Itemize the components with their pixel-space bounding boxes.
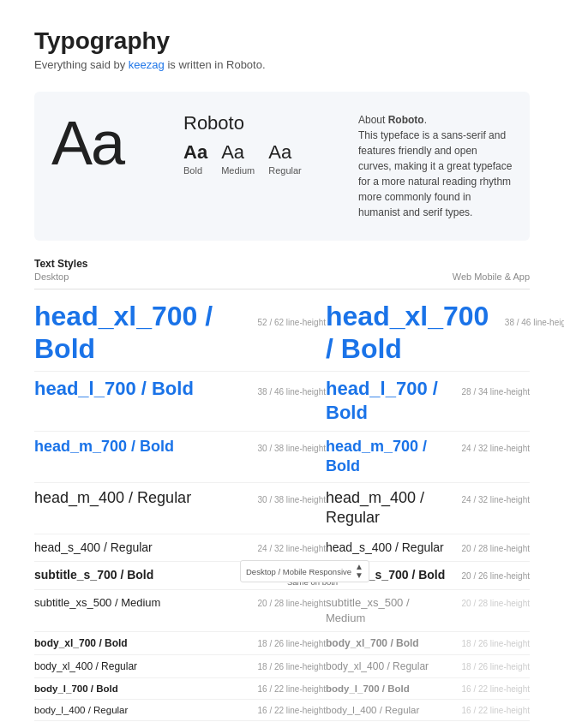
type-size-right: 20 / 26 line-height (453, 571, 530, 581)
type-sample-left: subtitle_xs_500 / Medium (34, 595, 242, 611)
type-size-right: 28 / 34 line-height (453, 387, 530, 397)
type-size-right: 38 / 46 line-height (495, 318, 564, 327)
subtitle-suffix: is written in Roboto. (165, 58, 266, 71)
type-sample-right: head_xl_700 / Bold (326, 300, 489, 366)
type-sample-left: head_m_700 / Bold (34, 437, 242, 456)
type-size-left: 30 / 38 line-height (249, 444, 326, 453)
font-weight-bold: Aa Bold (183, 141, 207, 176)
type-size-left: 30 / 38 line-height (249, 495, 326, 504)
type-sample-left: head_l_700 / Bold (34, 377, 242, 402)
page-title: Typography (34, 27, 530, 55)
section-divider (34, 289, 530, 289)
regular-sample: Aa (268, 141, 291, 164)
subtitle-link[interactable]: keezag (129, 58, 165, 71)
type-size-right: 20 / 28 line-height (453, 544, 530, 553)
type-sample-right: head_m_700 / Bold (326, 437, 446, 477)
type-row-right: head_m_700 / Bold24 / 32 line-height (326, 437, 530, 477)
type-row: body_m_700 / Bold14 / 20 line-heightbody… (34, 721, 530, 728)
type-size-left: 52 / 62 line-height (249, 318, 326, 327)
type-row: head_m_400 / Regular30 / 38 line-heighth… (34, 483, 530, 534)
type-sample-left: body_l_400 / Regular (34, 705, 242, 715)
platform-label-desktop: Desktop (34, 272, 69, 282)
font-weight-medium: Aa Medium (221, 141, 255, 176)
type-size-left: 20 / 28 line-height (249, 599, 326, 608)
type-row-right: subtitle_xs_500 / Medium20 / 28 line-hei… (326, 595, 530, 626)
type-row: body_xl_700 / Bold18 / 26 line-heightbod… (34, 632, 530, 655)
type-size-right: 16 / 22 line-height (453, 684, 530, 694)
desc-prefix: About (358, 114, 388, 126)
type-sample-right: head_m_400 / Regular (326, 488, 446, 528)
type-row: head_l_700 / Bold38 / 46 line-heighthead… (34, 372, 530, 432)
type-row-right: head_xl_700 / Bold38 / 46 line-height (326, 300, 564, 366)
type-size-left: 24 / 32 line-height (249, 544, 326, 553)
type-row-left: head_s_400 / Regular24 / 32 line-height (34, 540, 326, 557)
type-row-right: head_l_700 / Bold28 / 34 line-height (326, 377, 530, 426)
subtitle-prefix: Everything said by (34, 58, 129, 71)
type-size-right: 24 / 32 line-height (453, 495, 530, 504)
type-sample-right: body_l_700 / Bold (326, 683, 446, 694)
type-row-left: head_xl_700 / Bold52 / 62 line-height (34, 300, 326, 366)
type-row-right: head_m_400 / Regular24 / 32 line-height (326, 488, 530, 528)
platform-label-web: Web Mobile & App (453, 272, 530, 282)
type-row-right: head_s_400 / Regular20 / 28 line-height (326, 540, 530, 557)
text-styles-section: Text Styles Desktop Web Mobile & App hea… (34, 258, 530, 728)
type-row-right: body_l_700 / Bold16 / 22 line-height (326, 683, 530, 694)
font-description: About Roboto.This typeface is a sans-ser… (358, 112, 513, 220)
type-row-left: body_xl_700 / Bold18 / 26 line-height (34, 637, 326, 649)
type-row-left: body_xl_400 / Regular18 / 26 line-height (34, 660, 326, 672)
type-row: body_l_700 / Bold16 / 22 line-heightbody… (34, 678, 530, 700)
type-size-left: 38 / 46 line-height (249, 387, 326, 397)
type-sample-right: body_l_400 / Regular (326, 705, 446, 715)
responsive-tooltip: Desktop / Mobile Responsive ▲▼ (240, 560, 369, 582)
type-sample-right: head_s_400 / Regular (326, 540, 446, 557)
font-weights: Aa Bold Aa Medium Aa Regular (183, 141, 338, 176)
type-sample-right: body_xl_700 / Bold (326, 637, 446, 649)
type-size-left: 16 / 22 line-height (249, 706, 326, 715)
page-container: Typography Everything said by keezag is … (0, 0, 564, 728)
font-name: Roboto (183, 112, 338, 134)
type-row: subtitle_s_700 / Bold24 / 32 line-height… (34, 562, 530, 590)
type-size-right: 18 / 26 line-height (453, 639, 530, 648)
medium-label: Medium (221, 165, 255, 176)
font-variants: Roboto Aa Bold Aa Medium Aa Regular (183, 112, 338, 186)
type-sample-left: head_s_400 / Regular (34, 540, 242, 557)
type-sample-right: head_l_700 / Bold (326, 377, 446, 426)
regular-label: Regular (268, 165, 302, 176)
type-row: head_xl_700 / Bold52 / 62 line-heighthea… (34, 295, 530, 372)
type-row-right: body_l_400 / Regular16 / 22 line-height (326, 705, 530, 715)
type-row: body_l_400 / Regular16 / 22 line-heightb… (34, 700, 530, 721)
type-sample-left: body_xl_700 / Bold (34, 637, 242, 649)
type-size-left: 16 / 22 line-height (249, 684, 326, 694)
font-big-sample: Aa (51, 112, 163, 174)
type-row-right: body_xl_700 / Bold18 / 26 line-height (326, 637, 530, 649)
type-size-left: 18 / 26 line-height (249, 662, 326, 671)
type-sample-left: body_xl_400 / Regular (34, 660, 242, 672)
text-styles-header: Text Styles (34, 258, 530, 270)
font-showcase: Aa Roboto Aa Bold Aa Medium Aa Regular A… (34, 92, 530, 241)
tooltip-text: Desktop / Mobile Responsive (246, 567, 351, 576)
type-rows: head_xl_700 / Bold52 / 62 line-heighthea… (34, 295, 530, 728)
type-size-right: 24 / 32 line-height (453, 444, 530, 453)
type-sample-left: subtitle_s_700 / Bold (34, 567, 242, 584)
medium-sample: Aa (221, 141, 244, 164)
type-row-right: body_xl_400 / Regular18 / 26 line-height (326, 660, 530, 672)
type-row: subtitle_xs_500 / Medium20 / 28 line-hei… (34, 590, 530, 632)
type-size-left: 18 / 26 line-height (249, 639, 326, 648)
type-row: head_m_700 / Bold30 / 38 line-heighthead… (34, 432, 530, 483)
type-size-right: 20 / 28 line-height (453, 599, 530, 608)
bold-sample: Aa (183, 141, 207, 164)
type-sample-right: body_xl_400 / Regular (326, 660, 446, 672)
type-row-left: subtitle_xs_500 / Medium20 / 28 line-hei… (34, 595, 326, 611)
type-row-left: body_l_700 / Bold16 / 22 line-height (34, 683, 326, 694)
type-sample-right: subtitle_xs_500 / Medium (326, 595, 446, 626)
type-row-left: head_m_700 / Bold30 / 38 line-height (34, 437, 326, 456)
desc-suffix: .This typeface is a sans-serif and featu… (358, 114, 512, 218)
platform-labels: Desktop Web Mobile & App (34, 272, 530, 282)
bold-label: Bold (183, 165, 202, 176)
page-subtitle: Everything said by keezag is written in … (34, 58, 530, 71)
type-row-left: body_l_400 / Regular16 / 22 line-height (34, 705, 326, 715)
arrow-updown-icon: ▲▼ (355, 563, 363, 580)
type-sample-left: head_xl_700 / Bold (34, 300, 242, 366)
font-weight-regular: Aa Regular (268, 141, 302, 176)
type-sample-left: head_m_400 / Regular (34, 488, 242, 508)
